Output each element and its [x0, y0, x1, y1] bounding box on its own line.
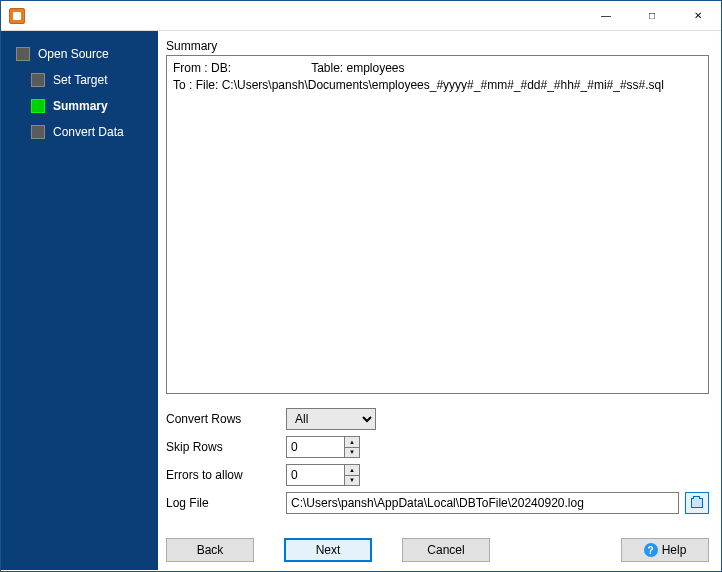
app-icon — [9, 8, 25, 24]
errors-spinner: ▲ ▼ — [286, 464, 360, 486]
convert-rows-row: Convert Rows All — [166, 408, 709, 430]
window-controls: ― □ ✕ — [583, 1, 721, 31]
errors-row: Errors to allow ▲ ▼ — [166, 464, 709, 486]
next-button[interactable]: Next — [284, 538, 372, 562]
nav-set-target[interactable]: Set Target — [1, 67, 158, 93]
sidebar: Open Source Set Target Summary Convert D… — [1, 31, 158, 570]
step-icon — [31, 73, 45, 87]
spin-up-icon[interactable]: ▲ — [345, 465, 359, 476]
step-icon — [16, 47, 30, 61]
browse-button[interactable] — [685, 492, 709, 514]
logfile-row: Log File — [166, 492, 709, 514]
close-button[interactable]: ✕ — [675, 1, 721, 31]
spin-buttons: ▲ ▼ — [344, 464, 360, 486]
nav-label: Open Source — [38, 47, 109, 61]
convert-rows-select[interactable]: All — [286, 408, 376, 430]
summary-from-line: From : DB: Table: employees — [173, 60, 702, 77]
skip-rows-spinner: ▲ ▼ — [286, 436, 360, 458]
skip-rows-label: Skip Rows — [166, 440, 286, 454]
logfile-input[interactable] — [286, 492, 679, 514]
spin-up-icon[interactable]: ▲ — [345, 437, 359, 448]
skip-rows-input[interactable] — [286, 436, 344, 458]
maximize-button[interactable]: □ — [629, 1, 675, 31]
content-area: Open Source Set Target Summary Convert D… — [1, 31, 721, 570]
help-label: Help — [662, 543, 687, 557]
options-panel: Convert Rows All Skip Rows ▲ ▼ Errors to… — [166, 408, 709, 520]
convert-rows-label: Convert Rows — [166, 412, 286, 426]
spin-buttons: ▲ ▼ — [344, 436, 360, 458]
nav-label: Summary — [53, 99, 108, 113]
nav-label: Set Target — [53, 73, 107, 87]
folder-icon — [691, 498, 703, 508]
step-icon — [31, 125, 45, 139]
spin-down-icon[interactable]: ▼ — [345, 476, 359, 486]
errors-label: Errors to allow — [166, 468, 286, 482]
nav-open-source[interactable]: Open Source — [1, 41, 158, 67]
from-db-label: From : DB: — [173, 60, 308, 77]
summary-textbox[interactable]: From : DB: Table: employees To : File: C… — [166, 55, 709, 394]
wizard-buttons: Back Next Cancel ? Help — [166, 538, 709, 562]
help-button[interactable]: ? Help — [621, 538, 709, 562]
summary-to-line: To : File: C:\Users\pansh\Documents\empl… — [173, 77, 702, 94]
skip-rows-row: Skip Rows ▲ ▼ — [166, 436, 709, 458]
summary-title: Summary — [166, 39, 709, 53]
nav-label: Convert Data — [53, 125, 124, 139]
logfile-label: Log File — [166, 496, 286, 510]
errors-input[interactable] — [286, 464, 344, 486]
cancel-button[interactable]: Cancel — [402, 538, 490, 562]
nav-summary[interactable]: Summary — [1, 93, 158, 119]
titlebar: ― □ ✕ — [1, 1, 721, 31]
main-panel: Summary From : DB: Table: employees To :… — [158, 31, 721, 570]
table-label: Table: employees — [311, 61, 404, 75]
help-icon: ? — [644, 543, 658, 557]
nav-convert-data[interactable]: Convert Data — [1, 119, 158, 145]
minimize-button[interactable]: ― — [583, 1, 629, 31]
step-icon — [31, 99, 45, 113]
spin-down-icon[interactable]: ▼ — [345, 448, 359, 458]
back-button[interactable]: Back — [166, 538, 254, 562]
